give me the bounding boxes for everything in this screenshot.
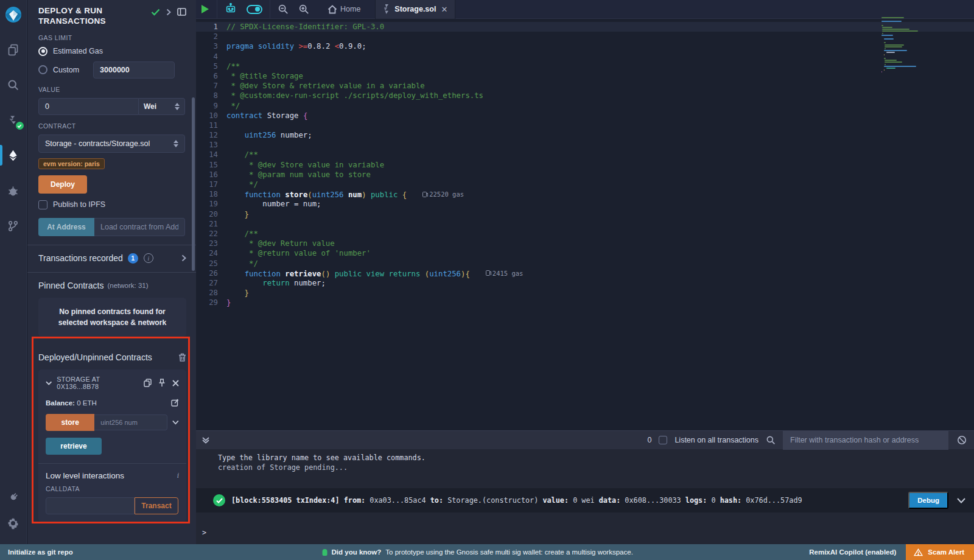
code-line[interactable]: 11 [196, 121, 974, 130]
line-number[interactable]: 20 [196, 209, 226, 219]
code-line[interactable]: 28 } [196, 288, 974, 298]
git-icon[interactable] [0, 213, 27, 239]
line-number[interactable]: 6 [196, 71, 226, 81]
line-number[interactable]: 7 [196, 81, 226, 91]
at-address-button[interactable]: At Address [38, 218, 94, 236]
zoom-in-icon[interactable] [293, 0, 314, 19]
code-line[interactable]: 19 number = num; [196, 199, 974, 209]
edit-icon[interactable] [171, 399, 179, 407]
pin-panel-icon[interactable] [177, 8, 186, 16]
close-icon[interactable] [172, 380, 179, 387]
solidity-compiler-icon[interactable] [0, 107, 27, 133]
code-line[interactable]: 29} [196, 298, 974, 307]
line-number[interactable]: 9 [196, 101, 226, 111]
custom-gas-input[interactable] [93, 61, 175, 79]
tab-storage-sol[interactable]: Storage.sol ✕ [375, 0, 455, 19]
store-arg-input[interactable] [94, 415, 167, 430]
code-line[interactable]: 24 * @return value of 'number' [196, 248, 974, 258]
publish-ipfs-row[interactable]: Publish to IPFS [38, 200, 186, 209]
line-number[interactable]: 19 [196, 199, 226, 209]
code-line[interactable]: 14 /** [196, 150, 974, 159]
line-number[interactable]: 25 [196, 259, 226, 268]
code-line[interactable]: 6 * @title Storage [196, 71, 974, 81]
line-number[interactable]: 28 [196, 288, 226, 298]
editor-minimap[interactable] [881, 17, 920, 73]
line-number[interactable]: 1 [196, 22, 226, 32]
run-script-button[interactable] [196, 0, 214, 19]
search-icon[interactable] [0, 72, 27, 97]
calldata-input[interactable] [46, 497, 135, 514]
code-line[interactable]: 3pragma solidity >=0.8.2 <0.9.0; [196, 41, 974, 51]
code-line[interactable]: 25 */ [196, 259, 974, 268]
line-number[interactable]: 24 [196, 248, 226, 258]
debug-button[interactable]: Debug [908, 492, 948, 509]
deploy-run-icon[interactable] [0, 142, 27, 168]
listen-all-checkbox[interactable] [659, 436, 667, 444]
copilot-toggle[interactable] [242, 0, 267, 19]
code-line[interactable]: 16 * @param num value to store [196, 170, 974, 180]
panel-scrollbar[interactable] [192, 97, 195, 271]
line-number[interactable]: 13 [196, 140, 226, 150]
remix-logo[interactable] [3, 5, 24, 26]
scam-alert-button[interactable]: Scam Alert [906, 544, 974, 560]
code-line[interactable]: 10contract Storage { [196, 111, 974, 121]
debugger-icon[interactable] [0, 178, 27, 203]
terminal-prompt[interactable]: > [196, 528, 974, 537]
publish-ipfs-checkbox[interactable] [38, 200, 47, 209]
estimated-gas-radio-control[interactable] [38, 47, 47, 56]
code-line[interactable]: 27 return number; [196, 278, 974, 288]
trash-icon[interactable] [178, 353, 186, 362]
line-number[interactable]: 22 [196, 229, 226, 239]
value-input[interactable] [38, 98, 139, 115]
clear-console-icon[interactable] [956, 435, 974, 445]
line-number[interactable]: 26 [196, 268, 226, 278]
info-icon[interactable]: i [144, 253, 153, 263]
custom-gas-radio-control[interactable] [38, 65, 47, 74]
line-number[interactable]: 3 [196, 41, 226, 51]
line-number[interactable]: 8 [196, 91, 226, 100]
code-line[interactable]: 12 uint256 number; [196, 130, 974, 140]
line-number[interactable]: 27 [196, 278, 226, 288]
store-function-button[interactable]: store [46, 414, 94, 431]
info-icon[interactable]: i [177, 471, 179, 480]
contract-instance-title[interactable]: STORAGE AT 0X136...8B78 [57, 376, 139, 390]
chevron-down-icon[interactable] [46, 381, 52, 385]
transact-button[interactable]: Transact [135, 497, 178, 514]
expand-args-icon[interactable] [172, 420, 179, 425]
code-area[interactable]: 1// SPDX-License-Identifier: GPL-3.023pr… [196, 19, 974, 430]
expand-tx-icon[interactable] [957, 498, 965, 503]
home-button[interactable]: Home [323, 0, 365, 19]
settings-gear-icon[interactable] [0, 510, 27, 536]
contract-select[interactable]: Storage - contracts/Storage.sol [38, 135, 185, 153]
tab-close-icon[interactable]: ✕ [441, 5, 447, 14]
code-line[interactable]: 21 [196, 219, 974, 229]
zoom-out-icon[interactable] [273, 0, 293, 19]
code-line[interactable]: 23 * @dev Return value [196, 239, 974, 248]
line-number[interactable]: 17 [196, 180, 226, 189]
at-address-input[interactable] [94, 218, 185, 236]
copilot-status[interactable]: RemixAI Copilot (enabled) [809, 548, 896, 556]
code-line[interactable]: 20 } [196, 209, 974, 219]
code-line[interactable]: 18 function store(uint256 num) public {2… [196, 189, 974, 199]
code-line[interactable]: 4 [196, 52, 974, 61]
code-line[interactable]: 9 */ [196, 101, 974, 111]
retrieve-function-button[interactable]: retrieve [46, 438, 102, 455]
ai-copilot-icon[interactable] [220, 0, 242, 19]
code-line[interactable]: 22 /** [196, 229, 974, 239]
value-unit-select[interactable]: Wei [139, 98, 185, 115]
copy-icon[interactable] [144, 379, 152, 387]
deploy-button[interactable]: Deploy [38, 175, 87, 194]
line-number[interactable]: 12 [196, 130, 226, 140]
code-line[interactable]: 17 */ [196, 180, 974, 189]
line-number[interactable]: 18 [196, 189, 226, 199]
git-init-status[interactable]: Initialize as git repo [0, 548, 73, 556]
estimated-gas-radio[interactable]: Estimated Gas [38, 47, 186, 56]
code-line[interactable]: 5/** [196, 61, 974, 71]
plugin-manager-icon[interactable] [0, 485, 27, 510]
line-number[interactable]: 21 [196, 219, 226, 229]
line-number[interactable]: 15 [196, 160, 226, 170]
line-number[interactable]: 16 [196, 170, 226, 180]
line-number[interactable]: 2 [196, 32, 226, 41]
chevron-right-icon[interactable] [181, 254, 186, 262]
terminal-filter-input[interactable] [783, 431, 948, 450]
